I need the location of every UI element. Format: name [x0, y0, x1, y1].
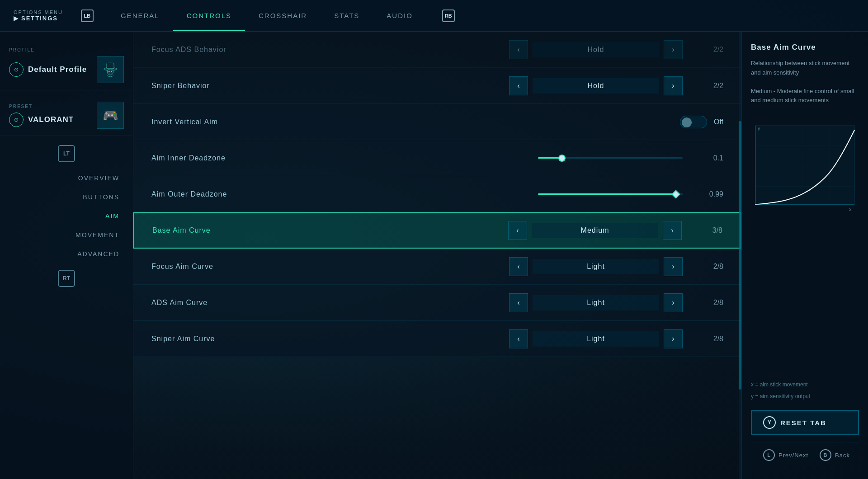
lt-badge[interactable]: LT [58, 145, 75, 162]
aim-outer-deadzone-slider[interactable] [538, 193, 683, 195]
base-aim-curve-next[interactable]: › [663, 221, 682, 240]
base-aim-curve-label: Base Aim Curve [152, 226, 508, 235]
preset-info: PRESET ⊙ VALORANT [9, 104, 74, 127]
sniper-aim-curve-prev[interactable]: ‹ [509, 329, 528, 348]
sidebar-item-overview[interactable]: OVERVIEW [5, 169, 128, 187]
reset-tab-label: RESET TAB [780, 419, 826, 427]
back-control: B Back [820, 449, 850, 461]
l-badge: L [763, 449, 775, 461]
focus-aim-curve-prev[interactable]: ‹ [509, 257, 528, 276]
aim-inner-deadzone-label: Aim Inner Deadzone [151, 154, 538, 162]
aim-outer-deadzone-row: Aim Outer Deadzone 0.99 [133, 176, 741, 212]
invert-vertical-aim-label: Invert Vertical Aim [151, 118, 680, 126]
partial-next-btn[interactable]: › [664, 40, 683, 59]
ads-aim-curve-value: Light [533, 295, 659, 310]
aim-inner-deadzone-slider[interactable] [538, 157, 683, 159]
nav-items: OVERVIEW BUTTONS AIM MOVEMENT ADVANCED [0, 169, 133, 263]
partial-count: 2/2 [692, 46, 723, 54]
rb-badge[interactable]: RB [442, 9, 455, 22]
invert-vertical-aim-toggle[interactable] [680, 116, 707, 128]
sniper-behavior-prev[interactable]: ‹ [509, 76, 528, 95]
profile-name: Default Profile [28, 65, 87, 74]
options-menu-label: OPTIONS MENU ▶ SETTINGS [14, 9, 63, 22]
main-content: PROFILE ⊙ Default Profile [0, 32, 868, 479]
sidebar-item-buttons[interactable]: BUTTONS [5, 188, 128, 206]
partial-value: Hold [533, 42, 659, 57]
prev-next-control: L Prev/Next [763, 449, 808, 461]
profile-icon: ⊙ [9, 62, 24, 77]
svg-point-4 [111, 71, 112, 72]
aim-outer-track [538, 193, 683, 195]
controller-icon: 🎮 [103, 108, 118, 123]
bottom-controls-bar: L Prev/Next B Back [751, 442, 859, 468]
aim-inner-fill [538, 157, 560, 159]
tab-general[interactable]: GENERAL [107, 0, 173, 31]
panel-desc1: Relationship between stick movement and … [751, 59, 859, 78]
svg-rect-5 [107, 68, 114, 69]
ads-aim-curve-count: 2/8 [692, 299, 723, 307]
partial-row-control: ‹ Hold › [509, 40, 683, 59]
preset-icon: ⊙ [9, 113, 24, 127]
aim-outer-deadzone-label: Aim Outer Deadzone [151, 190, 538, 198]
focus-aim-curve-next[interactable]: › [664, 257, 683, 276]
sniper-behavior-label: Sniper Behavior [151, 82, 509, 90]
reset-tab-button[interactable]: Y RESET TAB [751, 410, 859, 435]
base-aim-curve-row: Base Aim Curve ‹ Medium › 3/8 [133, 212, 741, 249]
back-label: Back [835, 452, 850, 459]
base-aim-curve-prev[interactable]: ‹ [508, 221, 527, 240]
preset-name: VALORANT [28, 115, 74, 124]
scrollbar-thumb[interactable] [739, 121, 741, 390]
focus-aim-curve-count: 2/8 [692, 263, 723, 271]
lb-badge[interactable]: LB [81, 9, 94, 22]
tab-crosshair[interactable]: CROSSHAIR [245, 0, 321, 31]
y-button-icon: Y [763, 416, 776, 429]
nav-tabs: GENERAL CONTROLS CROSSHAIR STATS AUDIO [107, 0, 426, 31]
aim-inner-deadzone-value: 0.1 [692, 154, 723, 162]
top-nav: OPTIONS MENU ▶ SETTINGS LB GENERAL CONTR… [0, 0, 868, 32]
sniper-behavior-next[interactable]: › [664, 76, 683, 95]
panel-desc2: Medium - Moderate fine control of small … [751, 87, 859, 106]
ads-aim-curve-prev[interactable]: ‹ [509, 293, 528, 312]
options-menu-text: OPTIONS MENU [14, 9, 63, 15]
sniper-behavior-row: Sniper Behavior ‹ Hold › 2/2 [133, 68, 741, 104]
chevron-right-icon: ▶ [14, 15, 19, 22]
aim-outer-thumb[interactable] [671, 190, 680, 199]
sniper-aim-curve-next[interactable]: › [664, 329, 683, 348]
sidebar-item-advanced[interactable]: ADVANCED [5, 245, 128, 263]
tab-stats[interactable]: STATS [321, 0, 373, 31]
rt-badge[interactable]: RT [58, 270, 75, 287]
aim-outer-fill [538, 193, 675, 195]
reset-section: Y RESET TAB [751, 410, 859, 435]
aim-inner-thumb[interactable] [558, 155, 566, 162]
invert-vertical-aim-value: Off [714, 118, 723, 126]
tab-controls[interactable]: CONTROLS [173, 0, 245, 31]
preset-label: PRESET [9, 104, 74, 109]
sidebar-item-aim[interactable]: AIM [5, 207, 128, 225]
invert-vertical-aim-control: Off [680, 116, 723, 128]
axis-desc1: x = aim stick movement [751, 380, 859, 389]
profile-label: PROFILE [9, 47, 124, 52]
scrollbar-track [739, 32, 741, 479]
svg-point-3 [108, 71, 110, 72]
base-aim-curve-count: 3/8 [691, 226, 722, 235]
focus-aim-curve-value: Light [533, 259, 659, 274]
sidebar-item-movement[interactable]: MOVEMENT [5, 226, 128, 244]
ads-aim-curve-next[interactable]: › [664, 293, 683, 312]
base-aim-curve-value: Medium [532, 223, 658, 238]
right-panel: Base Aim Curve Relationship between stic… [741, 32, 868, 479]
center-wrapper: Focus ADS Behavior ‹ Hold › 2/2 Sniper B… [133, 32, 741, 479]
ads-aim-curve-label: ADS Aim Curve [151, 299, 509, 307]
prev-next-label: Prev/Next [778, 452, 808, 459]
settings-list: Focus ADS Behavior ‹ Hold › 2/2 Sniper B… [133, 32, 741, 357]
center-content: Focus ADS Behavior ‹ Hold › 2/2 Sniper B… [133, 32, 741, 357]
partial-prev-btn[interactable]: ‹ [509, 40, 528, 59]
ads-aim-curve-control: ‹ Light › [509, 293, 683, 312]
ads-aim-curve-row: ADS Aim Curve ‹ Light › 2/8 [133, 285, 741, 321]
sniper-aim-curve-value: Light [533, 331, 659, 347]
focus-aim-curve-control: ‹ Light › [509, 257, 683, 276]
preset-section: PRESET ⊙ VALORANT 🎮 [0, 95, 133, 136]
tab-audio[interactable]: AUDIO [373, 0, 426, 31]
sniper-behavior-count: 2/2 [692, 82, 723, 90]
sniper-aim-curve-control: ‹ Light › [509, 329, 683, 348]
sniper-aim-curve-row: Sniper Aim Curve ‹ Light › 2/8 [133, 321, 741, 357]
